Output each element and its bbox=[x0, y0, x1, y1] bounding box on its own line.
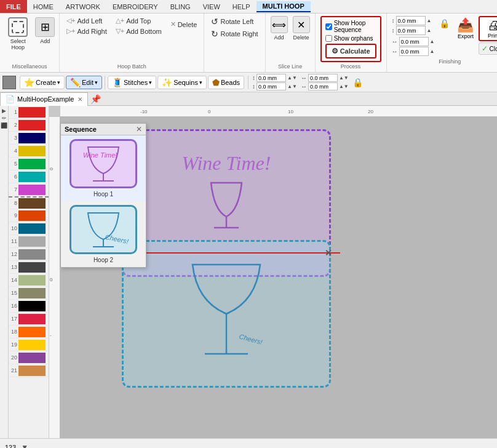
slice-add-button[interactable]: Add bbox=[274, 34, 284, 41]
wine-time-design: Wine Time! bbox=[134, 135, 319, 246]
file-menu[interactable]: FILE bbox=[0, 0, 27, 13]
height-input-1[interactable] bbox=[396, 16, 426, 25]
sequins-button[interactable]: ✨ Sequins ▾ bbox=[157, 76, 207, 89]
color-row-6[interactable]: 6 bbox=[9, 170, 49, 183]
color-row-5[interactable]: 5 bbox=[9, 158, 49, 170]
color-row-12[interactable]: 12 bbox=[9, 248, 49, 261]
palette-tool-fill[interactable]: ⬛ bbox=[0, 122, 8, 129]
delete-button[interactable]: ✕ Delete bbox=[169, 20, 199, 29]
toolbar-spinner-3[interactable]: ▲▼ bbox=[339, 75, 349, 81]
finishing-label: Finishing bbox=[392, 58, 497, 65]
color-row-9[interactable]: 9 bbox=[9, 209, 49, 222]
color-row-16[interactable]: 16 bbox=[9, 300, 49, 313]
color-row-3[interactable]: 3 bbox=[9, 132, 49, 145]
beads-icon: ⬟ bbox=[212, 78, 220, 87]
color-row-11[interactable]: 11 bbox=[9, 235, 49, 248]
height-input-2[interactable] bbox=[396, 26, 426, 35]
toolbar-input-3[interactable] bbox=[308, 74, 338, 82]
width-input-2[interactable] bbox=[399, 47, 429, 56]
color-row-7[interactable]: 7 bbox=[9, 183, 49, 196]
spinner-up-4[interactable]: ▲ bbox=[430, 49, 435, 54]
spinner-up-2[interactable]: ▲ bbox=[427, 28, 432, 33]
statusbar: 123 ▼ bbox=[0, 438, 497, 448]
hoop2-item[interactable]: Cheers! Hoop 2 bbox=[61, 201, 146, 267]
cheers-design: Cheers! bbox=[134, 258, 319, 375]
color-row-18[interactable]: 18 bbox=[9, 326, 49, 338]
color-row-1[interactable]: 1 bbox=[9, 106, 49, 119]
palette-tool-select[interactable]: ▶ bbox=[1, 107, 7, 114]
edit-button[interactable]: ✏️ Edit ▾ bbox=[66, 76, 102, 89]
embroidery-menu[interactable]: EMBROIDERY bbox=[106, 2, 164, 12]
svg-text:Cheers!: Cheers! bbox=[105, 233, 129, 245]
resize-icon: ↔ bbox=[392, 48, 398, 55]
toolbar-spinner-2[interactable]: ▲▼ bbox=[287, 84, 297, 89]
calculate-button[interactable]: ⚙ Calculate bbox=[325, 44, 376, 58]
add-top-button[interactable]: △+ Add Top bbox=[114, 16, 164, 25]
beads-button[interactable]: ⬟ Beads bbox=[208, 76, 244, 89]
color-swatch-toolbar bbox=[2, 76, 16, 89]
status-icon: 123 bbox=[5, 444, 16, 449]
view-menu[interactable]: VIEW bbox=[197, 2, 226, 12]
rotate-right-button[interactable]: ↻ Rotate Right bbox=[209, 28, 260, 39]
toolbar-input-1[interactable] bbox=[256, 74, 286, 82]
doc-tab[interactable]: 📄 MultiHoopExample ✕ bbox=[0, 92, 88, 106]
toolbar-input-2[interactable] bbox=[256, 82, 286, 90]
doc-tab-close[interactable]: ✕ bbox=[78, 96, 82, 103]
select-hoop-icon bbox=[8, 17, 28, 37]
create-button[interactable]: ⭐ Create ▾ bbox=[20, 76, 65, 89]
multi-hoop-menu[interactable]: MULTI HOOP bbox=[256, 1, 311, 12]
svg-text:Wine Time!: Wine Time! bbox=[83, 151, 117, 159]
color-row-20[interactable]: 20 bbox=[9, 351, 49, 364]
toolbar-spinner-1[interactable]: ▲▼ bbox=[287, 75, 297, 81]
export-icon: 📤 bbox=[457, 17, 474, 33]
color-row-19[interactable]: 19 bbox=[9, 338, 49, 351]
artwork-menu[interactable]: ARTWORK bbox=[60, 2, 106, 12]
palette-tool-draw[interactable]: ✏ bbox=[1, 114, 7, 122]
color-list: 1 2 3 4 5 6 7 8 bbox=[9, 106, 49, 438]
show-orphans-checkbox[interactable]: Show orphans bbox=[325, 35, 376, 42]
select-hoop-button[interactable]: Select Hoop bbox=[4, 16, 33, 52]
hoop-batch-label: Hoop Batch bbox=[65, 63, 199, 70]
add-button[interactable]: ⊞ Add bbox=[35, 16, 55, 46]
wine-glass-top-svg bbox=[196, 180, 257, 229]
color-row-13[interactable]: 13 bbox=[9, 261, 49, 274]
home-menu[interactable]: HOME bbox=[27, 2, 60, 12]
color-row-21[interactable]: 21 bbox=[9, 364, 49, 377]
add-label: Add bbox=[40, 38, 50, 44]
hoop-separator bbox=[113, 252, 340, 254]
sequence-close-btn[interactable]: ✕ bbox=[136, 125, 142, 134]
main-area: ▶ ✏ ⬛ 1 2 3 4 5 6 7 bbox=[0, 106, 497, 438]
spinner-up-3[interactable]: ▲ bbox=[430, 39, 435, 44]
help-menu[interactable]: HELP bbox=[226, 2, 256, 12]
add-bottom-button[interactable]: ▽+ Add Bottom bbox=[114, 26, 164, 36]
color-row-17[interactable]: 17 bbox=[9, 313, 49, 326]
add-left-button[interactable]: ◁+ Add Left bbox=[65, 16, 109, 25]
sequence-content: Wine Time! Hoop 1 Cheers! bbox=[61, 135, 146, 267]
bling-menu[interactable]: BLING bbox=[164, 2, 197, 12]
width-input-1[interactable] bbox=[399, 37, 429, 46]
sequence-panel: Sequence ✕ Wine Time! bbox=[60, 123, 146, 268]
color-row-8[interactable]: 8 bbox=[9, 196, 49, 209]
spinner-up-1[interactable]: ▲ bbox=[427, 18, 432, 23]
close-button[interactable]: ✓ Close bbox=[479, 42, 497, 55]
hoop1-item[interactable]: Wine Time! Hoop 1 bbox=[61, 135, 146, 201]
toolbar2: ⭐ Create ▾ ✏️ Edit ▾ 🧵 Stitches ▾ ✨ Sequ… bbox=[0, 73, 497, 92]
statusbar-arrow[interactable]: ▼ bbox=[21, 443, 28, 449]
show-hoop-sequence-checkbox[interactable]: Show Hoop Sequence bbox=[325, 20, 376, 33]
toolbar-input-4[interactable] bbox=[308, 82, 338, 90]
sequence-header[interactable]: Sequence ✕ bbox=[61, 124, 146, 135]
export-button[interactable]: 📤 Export bbox=[455, 16, 476, 41]
toolbar-spinner-4[interactable]: ▲▼ bbox=[339, 84, 349, 89]
hoop1-label: Hoop 1 bbox=[65, 191, 142, 198]
color-row-10[interactable]: 10 bbox=[9, 222, 49, 235]
rotate-left-button[interactable]: ↺ Rotate Left bbox=[209, 16, 260, 27]
color-row-4[interactable]: 4 bbox=[9, 145, 49, 158]
print-button[interactable]: 🖨 Print bbox=[479, 16, 497, 41]
add-right-button[interactable]: ▷+ Add Right bbox=[65, 26, 109, 36]
stitches-button[interactable]: 🧵 Stitches ▾ bbox=[108, 76, 156, 89]
add-top-icon: △+ bbox=[116, 17, 124, 25]
color-row-2[interactable]: 2 bbox=[9, 119, 49, 132]
color-row-15[interactable]: 15 bbox=[9, 287, 49, 300]
color-row-14[interactable]: 14 bbox=[9, 274, 49, 287]
slice-delete-button[interactable]: Delete bbox=[293, 34, 309, 41]
